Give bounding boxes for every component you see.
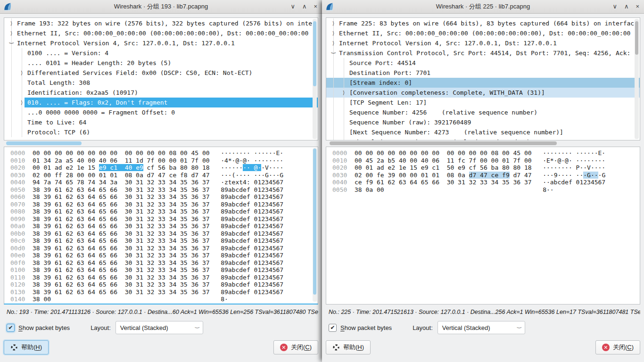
hex-row[interactable]: 00a0 38 39 61 62 63 64 65 66 30 31 32 33… bbox=[10, 222, 318, 230]
ascii-selected-chars[interactable]: ·· @· bbox=[243, 164, 261, 171]
tree-row[interactable]: .... 0101 = Header Length: 20 bytes (5) bbox=[4, 58, 318, 68]
packet-bytes-pane[interactable]: 0000 00 00 00 00 00 00 00 00 00 00 00 00… bbox=[326, 147, 640, 304]
hex-bytes[interactable]: 38 39 61 62 63 64 65 66 30 31 32 33 34 3… bbox=[33, 266, 210, 273]
tree-row[interactable]: Time to Live: 64 bbox=[4, 117, 318, 127]
hex-row[interactable]: 0000 00 00 00 00 00 00 00 00 00 00 00 00… bbox=[10, 149, 318, 157]
ascii-chars[interactable]: 89abcdef 01234567 bbox=[221, 281, 283, 288]
ascii-chars[interactable]: ··abcdef 01234567 bbox=[543, 179, 605, 186]
ascii-chars[interactable]: ·E*·@·@· ········ bbox=[543, 157, 605, 164]
ascii-chars[interactable]: ·G bbox=[598, 172, 606, 179]
scrollbar-thumb[interactable] bbox=[635, 21, 638, 55]
close-button[interactable]: ✕ 关闭(C) bbox=[595, 340, 640, 354]
titlebar[interactable]: Wireshark · 分组 225 · lib7.pcapng ∨ ∧ × bbox=[322, 0, 644, 14]
tree-row[interactable]: [Stream index: 0] bbox=[326, 78, 640, 88]
ascii-chars[interactable]: ···(···· ···G···G bbox=[221, 172, 283, 179]
hex-bytes[interactable]: cf 56 ba 80 80 18 bbox=[143, 164, 210, 171]
scrollbar-thumb[interactable] bbox=[313, 148, 316, 295]
hex-bytes[interactable]: 38 39 61 62 63 64 65 66 30 31 32 33 34 3… bbox=[33, 215, 210, 222]
close-button[interactable]: ✕ 关闭(C) bbox=[273, 340, 318, 354]
hex-row[interactable]: 0130 38 39 61 62 63 64 65 66 30 31 32 33… bbox=[10, 288, 318, 296]
hex-bytes[interactable]: 02 00 fe 39 00 00 01 01 08 0a bbox=[355, 172, 469, 179]
ascii-chars[interactable]: 89abcdef 01234567 bbox=[221, 215, 283, 222]
ascii-chars[interactable]: 89abcdef 01234567 bbox=[221, 193, 283, 200]
tree-row[interactable]: ⟩Transmission Control Protocol, Src Port… bbox=[326, 48, 640, 58]
hex-row[interactable]: 0040 94 7a 74 65 78 74 34 3a 30 31 32 33… bbox=[10, 179, 318, 186]
tree-row[interactable]: [Next Sequence Number: 4273 (relative se… bbox=[326, 127, 640, 137]
hex-bytes[interactable]: 38 39 61 62 63 64 65 66 30 31 32 33 34 3… bbox=[33, 208, 210, 215]
tree-horizontal-scrollbar[interactable] bbox=[5, 141, 317, 146]
tree-row[interactable]: Sequence Number (raw): 3921760489 bbox=[326, 117, 640, 127]
tree-row[interactable]: Destination Port: 7701 bbox=[326, 68, 640, 78]
hex-row[interactable]: 0020 00 01 ad e2 1e 15 e9 c1 50 e9 cf 56… bbox=[332, 164, 640, 172]
expander-icon[interactable]: ⟩ bbox=[330, 38, 336, 48]
hex-bytes[interactable]: 38 39 61 62 63 64 65 66 30 31 32 33 34 3… bbox=[33, 237, 210, 244]
tree-row[interactable]: 0100 .... = Version: 4 bbox=[4, 48, 318, 58]
ascii-selected-chars[interactable]: ·G·· bbox=[583, 172, 598, 179]
packet-detail-tree[interactable]: ⟩Frame 225: 83 bytes on wire (664 bits),… bbox=[326, 17, 640, 140]
tree-row[interactable]: ⟩Ethernet II, Src: 00:00:00_00:00:00 (00… bbox=[4, 28, 318, 38]
expander-icon[interactable]: ⟩ bbox=[341, 88, 347, 98]
chevron-up-icon[interactable]: ∧ bbox=[302, 0, 307, 13]
tree-row[interactable]: Identification: 0x2aa5 (10917) bbox=[4, 88, 318, 98]
hex-bytes[interactable]: 01 34 2a a5 40 00 40 06 11 1d 7f 00 00 0… bbox=[33, 157, 210, 164]
tree-row[interactable]: ⟩Internet Protocol Version 4, Src: 127.0… bbox=[4, 38, 318, 48]
tree-row[interactable]: Total Length: 308 bbox=[4, 78, 318, 88]
ascii-chars[interactable]: ···9···· ·· bbox=[543, 172, 583, 179]
hex-row[interactable]: 0080 38 39 61 62 63 64 65 66 30 31 32 33… bbox=[10, 208, 318, 215]
hex-row[interactable]: 0110 38 39 61 62 63 64 65 66 30 31 32 33… bbox=[10, 274, 318, 281]
hex-bytes[interactable]: 38 0a 00 bbox=[355, 186, 532, 193]
ascii-chars[interactable]: 8· bbox=[221, 296, 228, 303]
hex-row[interactable]: 00f0 38 39 61 62 63 64 65 66 30 31 32 33… bbox=[10, 259, 318, 267]
tree-row[interactable]: ...0 0000 0000 0000 = Fragment Offset: 0 bbox=[4, 107, 318, 117]
hex-bytes[interactable]: 00 00 00 00 00 00 00 00 00 00 00 00 08 0… bbox=[33, 149, 210, 156]
close-icon[interactable]: × bbox=[314, 0, 317, 13]
hex-row[interactable]: 0020 00 01 ad e2 1e 15 e9 c1 40 e9 cf 56… bbox=[10, 164, 318, 172]
expander-icon[interactable]: ⟩ bbox=[8, 28, 14, 38]
expander-icon[interactable]: ⟩ bbox=[19, 98, 25, 107]
ascii-chars[interactable]: 89abcdef 01234567 bbox=[221, 186, 283, 193]
hex-row[interactable]: 0030 02 00 fe 39 00 00 01 01 08 0a d7 47… bbox=[332, 172, 640, 179]
chevron-down-icon[interactable]: ∨ bbox=[612, 0, 617, 13]
hex-selected-bytes[interactable]: e9 c1 40 e9 bbox=[99, 164, 143, 171]
tree-vertical-scrollbar[interactable] bbox=[635, 19, 639, 139]
layout-dropdown[interactable]: Vertical (Stacked) ⟩ bbox=[438, 321, 525, 334]
hex-row[interactable]: 0000 00 00 00 00 00 00 00 00 00 00 00 00… bbox=[332, 149, 640, 157]
ascii-chars[interactable]: 89abcdef 01234567 bbox=[221, 288, 283, 296]
ascii-chars[interactable]: 89abcdef 01234567 bbox=[221, 259, 283, 266]
expander-icon[interactable]: ⟩ bbox=[330, 28, 336, 38]
ascii-chars[interactable]: 89abcdef 01234567 bbox=[221, 245, 283, 252]
expander-icon[interactable]: ⟩ bbox=[19, 68, 25, 78]
ascii-chars[interactable]: 8·· bbox=[543, 186, 553, 193]
hex-selected-bytes[interactable]: d7 47 ce f9 bbox=[469, 172, 510, 179]
hex-bytes[interactable]: 38 39 61 62 63 64 65 66 30 31 32 33 34 3… bbox=[33, 274, 210, 281]
hex-bytes[interactable]: ce f9 61 62 63 64 65 66 30 31 32 33 34 3… bbox=[355, 179, 532, 186]
hex-bytes[interactable]: 38 39 61 62 63 64 65 66 30 31 32 33 34 3… bbox=[33, 252, 210, 259]
show-packet-bytes-checkbox[interactable]: ✔ bbox=[329, 324, 337, 332]
help-button[interactable]: 帮助(H) bbox=[326, 340, 371, 354]
hex-row[interactable]: 0050 38 39 61 62 63 64 65 66 30 31 32 33… bbox=[10, 186, 318, 194]
hex-row[interactable]: 00d0 38 39 61 62 63 64 65 66 30 31 32 33… bbox=[10, 245, 318, 252]
tree-row[interactable]: ⟩Internet Protocol Version 4, Src: 127.0… bbox=[326, 38, 640, 48]
hex-bytes[interactable]: 00 01 ad e2 1e 15 bbox=[33, 164, 99, 171]
ascii-chars[interactable]: 89abcdef 01234567 bbox=[221, 237, 283, 244]
hex-bytes[interactable]: 38 39 61 62 63 64 65 66 30 31 32 33 34 3… bbox=[33, 186, 210, 193]
hex-row[interactable]: 00e0 38 39 61 62 63 64 65 66 30 31 32 33… bbox=[10, 252, 318, 259]
scrollbar-thumb[interactable] bbox=[330, 141, 557, 145]
hex-bytes[interactable]: d7 47 bbox=[510, 172, 532, 179]
tree-vertical-scrollbar[interactable] bbox=[313, 19, 317, 139]
ascii-chars[interactable]: 89abcdef 01234567 bbox=[221, 201, 283, 208]
hex-bytes[interactable]: 38 39 61 62 63 64 65 66 30 31 32 33 34 3… bbox=[33, 193, 210, 200]
tree-row[interactable]: ⟩Frame 225: 83 bytes on wire (664 bits),… bbox=[326, 18, 640, 28]
hex-bytes[interactable]: 00 01 ad e2 1e 15 e9 c1 50 e9 cf 56 ba 8… bbox=[355, 164, 532, 171]
hex-row[interactable]: 0010 01 34 2a a5 40 00 40 06 11 1d 7f 00… bbox=[10, 157, 318, 165]
hex-row[interactable]: 00b0 38 39 61 62 63 64 65 66 30 31 32 33… bbox=[10, 230, 318, 238]
titlebar[interactable]: Wireshark · 分组 193 · lib7.pcapng ∨ ∧ × bbox=[0, 0, 322, 14]
hex-bytes[interactable]: 38 39 61 62 63 64 65 66 30 31 32 33 34 3… bbox=[33, 230, 210, 237]
layout-dropdown[interactable]: Vertical (Stacked) ⟩ bbox=[116, 321, 203, 334]
hex-bytes[interactable]: 38 39 61 62 63 64 65 66 30 31 32 33 34 3… bbox=[33, 245, 210, 252]
tree-row[interactable]: Acknowledgment Number: 1 (relative ack n… bbox=[326, 137, 640, 140]
ascii-chars[interactable]: 89abcdef 01234567 bbox=[221, 208, 283, 215]
hex-bytes[interactable]: 00 00 00 00 00 00 00 00 00 00 00 00 08 0… bbox=[355, 149, 532, 156]
ascii-chars[interactable]: ·ztext4: 01234567 bbox=[221, 179, 283, 186]
hex-bytes[interactable]: 38 39 61 62 63 64 65 66 30 31 32 33 34 3… bbox=[33, 222, 210, 230]
